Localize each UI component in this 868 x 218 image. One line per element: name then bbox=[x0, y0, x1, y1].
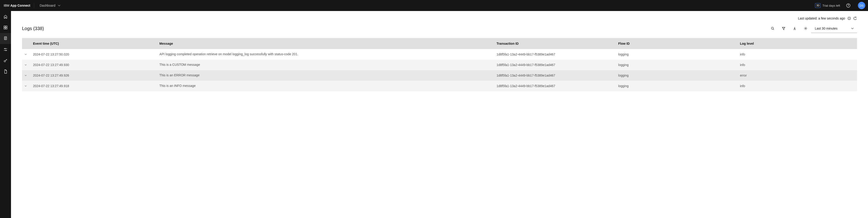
cell-transaction-id: 1d8f5fa1-13a2-4449-bb17-f5389e1ad467 bbox=[497, 73, 618, 77]
chevron-down-icon bbox=[850, 27, 854, 30]
expand-toggle[interactable] bbox=[22, 85, 33, 87]
settings-button[interactable] bbox=[800, 23, 811, 34]
cell-log-level: info bbox=[740, 53, 857, 56]
brand-prefix: IBM bbox=[4, 4, 9, 7]
home-icon bbox=[3, 14, 8, 19]
gear-icon bbox=[804, 27, 807, 30]
search-icon bbox=[771, 27, 774, 30]
catalog-icon bbox=[3, 25, 8, 30]
document-icon bbox=[3, 69, 8, 74]
table-row[interactable]: 2024-07-22 13:27:49.918This is an INFO m… bbox=[22, 81, 857, 91]
refresh-icon bbox=[853, 17, 857, 20]
cell-flow-id: logging bbox=[618, 53, 740, 56]
help-button[interactable] bbox=[843, 0, 854, 11]
sidebar-item-docs[interactable] bbox=[0, 66, 11, 77]
cell-message: This is an INFO message bbox=[159, 84, 496, 88]
cell-message: API logging completed operation retrieve… bbox=[159, 52, 496, 57]
cell-flow-id: logging bbox=[618, 63, 740, 67]
logs-table-body: 2024-07-22 13:27:50.020API logging compl… bbox=[22, 49, 857, 91]
trial-days-label: Trial days left bbox=[823, 4, 840, 7]
cell-event-time: 2024-07-22 13:27:49.926 bbox=[33, 73, 159, 77]
sidebar-item-settings[interactable] bbox=[0, 44, 11, 55]
cell-transaction-id: 1d8f5fa1-13a2-4449-bb17-f5389e1ad467 bbox=[497, 53, 618, 56]
key-icon bbox=[3, 58, 8, 63]
topbar-left: IBM App Connect Dashboard bbox=[0, 3, 64, 8]
cell-transaction-id: 1d8f5fa1-13a2-4449-bb17-f5389e1ad467 bbox=[497, 63, 618, 67]
download-icon bbox=[793, 27, 797, 30]
topbar-right: 30 Trial days left DS bbox=[815, 0, 868, 11]
cell-event-time: 2024-07-22 13:27:50.020 bbox=[33, 53, 159, 56]
help-icon bbox=[846, 3, 850, 8]
avatar[interactable]: DS bbox=[858, 2, 865, 9]
toolbar-actions: Last 30 minutes bbox=[767, 23, 857, 34]
brand[interactable]: IBM App Connect bbox=[0, 4, 34, 7]
cell-transaction-id: 1d8f5fa1-13a2-4449-bb17-f5389e1ad467 bbox=[497, 84, 618, 88]
chevron-down-icon bbox=[24, 74, 27, 77]
chevron-down-icon bbox=[24, 53, 27, 56]
chevron-down-icon bbox=[57, 4, 61, 7]
expand-toggle[interactable] bbox=[22, 74, 33, 77]
cell-flow-id: logging bbox=[618, 84, 740, 88]
sidebar-item-catalog[interactable] bbox=[0, 22, 11, 33]
cell-log-level: error bbox=[740, 73, 857, 77]
timerange-label: Last 30 minutes bbox=[815, 27, 838, 30]
last-updated-text: Last updated: a few seconds ago bbox=[798, 17, 845, 20]
page-title: Logs (338) bbox=[22, 26, 44, 31]
col-log-level[interactable]: Log level bbox=[740, 42, 857, 45]
logs-icon bbox=[3, 36, 8, 41]
trial-days-count: 30 bbox=[815, 3, 820, 8]
filter-button[interactable] bbox=[778, 23, 789, 34]
cell-log-level: info bbox=[740, 84, 857, 88]
toolbar: Logs (338) Last 30 minutes bbox=[22, 22, 857, 38]
chevron-down-icon bbox=[24, 63, 27, 66]
info-button[interactable] bbox=[847, 17, 851, 20]
breadcrumb-dashboard[interactable]: Dashboard bbox=[37, 4, 64, 7]
breadcrumb-label: Dashboard bbox=[40, 4, 56, 7]
filter-icon bbox=[782, 27, 785, 30]
chevron-down-icon bbox=[24, 85, 27, 87]
trial-badge[interactable]: 30 Trial days left bbox=[815, 3, 840, 8]
search-button[interactable] bbox=[767, 23, 778, 34]
col-flow-id[interactable]: Flow ID bbox=[618, 42, 740, 45]
cell-flow-id: logging bbox=[618, 73, 740, 77]
sidebar-item-logs[interactable] bbox=[0, 33, 11, 44]
cell-event-time: 2024-07-22 13:27:49.918 bbox=[33, 84, 159, 88]
table-row[interactable]: 2024-07-22 13:27:50.020API logging compl… bbox=[22, 49, 857, 60]
col-event-time[interactable]: Event time (UTC) bbox=[33, 42, 159, 45]
table-row[interactable]: 2024-07-22 13:27:49.926This is an ERROR … bbox=[22, 70, 857, 81]
refresh-button[interactable] bbox=[853, 17, 857, 20]
logs-table-header: Event time (UTC) Message Transaction ID … bbox=[22, 38, 857, 49]
sliders-icon bbox=[3, 47, 8, 52]
expand-toggle[interactable] bbox=[22, 53, 33, 56]
cell-message: This is an ERROR message bbox=[159, 73, 496, 78]
sidebar-item-home[interactable] bbox=[0, 11, 11, 22]
timerange-select[interactable]: Last 30 minutes bbox=[811, 24, 857, 33]
download-button[interactable] bbox=[789, 23, 800, 34]
sidebar-item-keys[interactable] bbox=[0, 55, 11, 66]
sidebar bbox=[0, 11, 11, 218]
expand-toggle[interactable] bbox=[22, 63, 33, 66]
info-icon bbox=[847, 17, 851, 20]
last-updated-row: Last updated: a few seconds ago bbox=[22, 13, 857, 22]
col-transaction-id[interactable]: Transaction ID bbox=[497, 42, 618, 45]
cell-log-level: info bbox=[740, 63, 857, 67]
avatar-initials: DS bbox=[860, 4, 864, 7]
col-message[interactable]: Message bbox=[159, 42, 496, 45]
topbar: IBM App Connect Dashboard 30 Trial days … bbox=[0, 0, 868, 11]
main: Last updated: a few seconds ago Logs (33… bbox=[11, 11, 868, 218]
brand-name: App Connect bbox=[10, 4, 30, 7]
cell-event-time: 2024-07-22 13:27:49.930 bbox=[33, 63, 159, 67]
table-row[interactable]: 2024-07-22 13:27:49.930This is a CUSTOM … bbox=[22, 60, 857, 70]
cell-message: This is a CUSTOM message bbox=[159, 63, 496, 67]
